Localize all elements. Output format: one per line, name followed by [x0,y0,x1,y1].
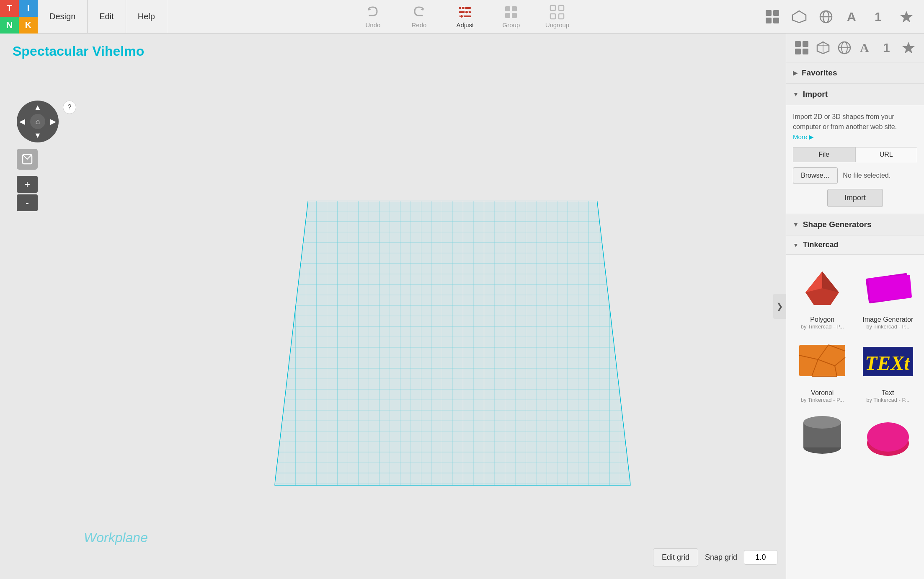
logo-k: K [19,17,38,34]
url-tab-button[interactable]: URL [855,147,918,162]
logo-t: T [0,0,19,17]
nav-left-arrow[interactable]: ◀ [19,117,25,126]
canvas-area[interactable]: Spectacular Vihelmo ? ▲ ◀ ⌂ ▶ ▼ + [0,34,786,579]
tinkercad-subsection-header[interactable]: ▼ Tinkercad [786,235,924,255]
file-tab-button[interactable]: File [793,147,855,162]
svg-point-5 [460,15,463,18]
shape-card-sphere[interactable] [859,410,918,463]
wireframe-icon[interactable] [817,8,835,26]
nav-down-arrow[interactable]: ▼ [34,131,41,140]
zoom-in-button[interactable]: + [17,176,38,193]
browse-row: Browse… No file selected. [793,167,917,184]
sphere-icon-btn[interactable] [836,39,853,57]
svg-rect-17 [773,18,779,23]
view-reset-button[interactable] [17,149,38,170]
svg-rect-94 [803,49,808,54]
snap-grid-input[interactable] [744,550,777,565]
nav-help[interactable]: Help [126,0,167,33]
shape-card-image-gen[interactable]: Image Generator by Tinkercad - P... [859,263,918,330]
nav-home-button[interactable]: ⌂ [30,114,45,129]
import-description: Import 2D or 3D shapes from your compute… [793,112,917,142]
import-section-header[interactable]: ▼ Import [786,84,924,105]
grid-view-icon[interactable] [763,8,782,26]
svg-point-3 [462,6,465,10]
cube-icon-btn[interactable] [814,39,831,57]
shape-gen-chevron: ▼ [793,221,799,228]
main-content: Spectacular Vihelmo ? ▲ ◀ ⌂ ▶ ▼ + [0,34,924,579]
logo-i: I [19,0,38,17]
grid-controls: Edit grid Snap grid [653,548,777,566]
svg-rect-16 [766,18,772,23]
grid-icon-btn[interactable] [793,39,810,57]
import-section: Import 2D or 3D shapes from your compute… [786,105,924,214]
group-button[interactable]: Group [496,5,526,28]
shape-generators-label: Shape Generators [803,220,872,229]
number-icon[interactable]: 1 [870,8,889,26]
project-title: Spectacular Vihelmo [13,44,144,59]
svg-text:A: A [860,41,869,54]
tinkercad-chevron: ▼ [793,242,799,248]
help-button[interactable]: ? [63,101,76,114]
browse-button[interactable]: Browse… [793,167,838,184]
shape-card-polygon[interactable]: Polygon by Tinkercad - P... [793,263,852,330]
text-icon[interactable]: A [844,8,862,26]
edit-grid-button[interactable]: Edit grid [653,548,698,566]
star-icon[interactable] [897,8,916,26]
adjust-button[interactable]: Adjust [450,5,480,28]
svg-rect-10 [550,5,555,10]
logo-n: N [0,17,19,34]
panel-collapse-button[interactable]: ❯ [773,294,786,319]
nav-right-arrow[interactable]: ▶ [50,117,56,126]
file-url-row: File URL [793,147,917,162]
redo-button[interactable]: Redo [404,5,434,28]
topbar: T I N K Design Edit Help Undo Redo [0,0,924,34]
svg-rect-91 [795,41,801,47]
svg-rect-92 [803,41,808,47]
import-chevron: ▼ [793,91,799,98]
ungroup-button[interactable]: Ungroup [542,5,572,28]
svg-rect-11 [559,5,564,10]
nav-design[interactable]: Design [38,0,88,33]
nav-up-arrow[interactable]: ▲ [34,103,41,112]
polygon-thumbnail [793,263,852,313]
svg-rect-7 [512,6,517,11]
shape-card-voronoi[interactable]: Voronoi by Tinkercad - P... [793,336,852,403]
navigation-control[interactable]: ▲ ◀ ⌂ ▶ ▼ [17,101,59,142]
nav-edit[interactable]: Edit [88,0,126,33]
shape-generators-header[interactable]: ▼ Shape Generators [786,214,924,235]
favorites-chevron: ▶ [793,70,798,76]
text-name: Text [882,389,894,397]
svg-rect-9 [512,13,517,18]
import-button[interactable]: Import [827,189,883,207]
shape-card-text[interactable]: TEXt Text by Tinkercad - P... [859,336,918,403]
zoom-out-button[interactable]: - [17,194,38,211]
svg-text:A: A [847,10,856,23]
import-more-link[interactable]: More ▶ [793,133,814,140]
image-gen-name: Image Generator [862,316,913,323]
svg-rect-12 [550,14,555,19]
favorites-section-header[interactable]: ▶ Favorites [786,62,924,84]
home-icon: ⌂ [36,117,40,126]
undo-button[interactable]: Undo [358,5,387,28]
sphere-thumbnail [859,410,917,460]
import-label: Import [803,90,828,99]
polygon-name: Polygon [810,316,834,323]
svg-text:1: 1 [875,10,882,23]
svg-rect-6 [505,6,510,11]
shape-card-cylinder[interactable] [793,410,852,463]
svg-text:TEXt: TEXt [865,352,910,374]
shapes-grid: Polygon by Tinkercad - P... Image Genera… [786,255,924,471]
number-icon-btn[interactable]: 1 [879,39,896,57]
nav-circle: ▲ ◀ ⌂ ▶ ▼ [17,101,59,142]
voronoi-author: by Tinkercad - P... [801,397,844,403]
no-file-text: No file selected. [843,172,890,179]
voronoi-name: Voronoi [811,389,834,397]
text-thumbnail: TEXt [859,336,917,387]
svg-rect-14 [766,10,772,16]
svg-rect-93 [795,49,801,54]
3d-view-icon[interactable] [790,8,808,26]
svg-point-123 [867,422,909,452]
type-icon-btn[interactable]: A [857,39,874,57]
favorites-icon-btn[interactable] [900,39,917,57]
right-panel: A 1 ▶ Favorites ▼ Import [786,34,924,579]
